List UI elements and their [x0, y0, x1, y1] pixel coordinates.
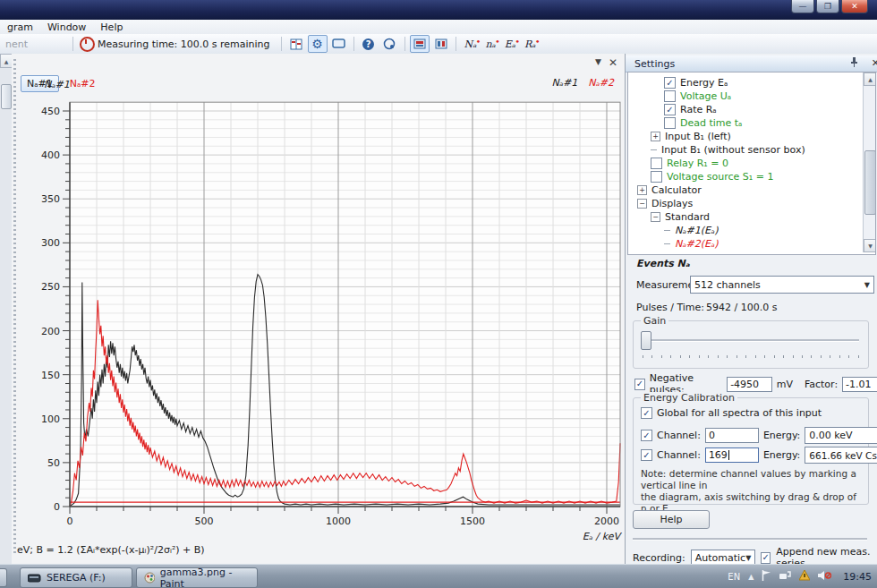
global-label: Global for all spectra of this input [657, 407, 822, 419]
x-tick-label: 500 [195, 516, 214, 527]
expand-plus-icon[interactable]: + [651, 132, 660, 141]
panel-close-icon[interactable]: ✕ [609, 56, 617, 69]
tree-item[interactable]: ✓Rate Rₐ [628, 103, 859, 116]
quantity-button-E[interactable]: Eₐ• [500, 38, 520, 50]
y-tick-label: 150 [41, 370, 60, 381]
tree-item[interactable]: Nₐ#2(Eₐ) [628, 237, 859, 251]
scrollbar-thumb[interactable] [864, 150, 876, 215]
y-tick-label: 0 [54, 501, 60, 513]
tree-item-label: Standard [665, 211, 710, 223]
settings-panel: Settings ✕ ✓Energy EₐVoltage Uₐ✓Rate RₐD… [625, 54, 877, 564]
restore-button[interactable]: ❐ [816, 0, 839, 13]
help-button[interactable]: Help [633, 510, 710, 529]
cassy-module2-icon[interactable] [431, 35, 451, 53]
y-tick-label: 450 [41, 106, 60, 117]
settings-gear-icon[interactable]: ⚙ [308, 35, 328, 53]
clock[interactable]: 19:45 [843, 571, 872, 583]
tree-checkbox[interactable]: ✓ [664, 77, 676, 89]
settings-close-icon[interactable]: ✕ [872, 57, 877, 69]
language-indicator[interactable]: EN [728, 572, 740, 582]
quantity-button-R[interactable]: Rₐ• [520, 38, 541, 50]
tree-scrollbar[interactable]: ▲ ▼ [863, 72, 875, 252]
tree-checkbox[interactable] [651, 158, 662, 169]
tree-item[interactable]: Input B₁ (without sensor box) [628, 143, 859, 157]
action-center-flag-icon[interactable] [762, 570, 771, 584]
scrollbar-thumb[interactable] [1, 84, 12, 109]
expand-plus-icon[interactable]: + [637, 185, 647, 195]
tree-checkbox[interactable] [664, 90, 676, 102]
measurement-select[interactable]: 512 channels▼ [690, 276, 874, 294]
tree-checkbox[interactable] [664, 117, 676, 129]
close-button[interactable]: ✕ [841, 0, 868, 13]
x-tick-label: 0 [67, 516, 73, 527]
cut-start-button[interactable] [0, 568, 7, 587]
channel2-checkbox[interactable]: ✓ [641, 449, 652, 461]
support-icon[interactable] [380, 35, 400, 53]
slider-tick [802, 355, 803, 358]
energy-label: Energy: [763, 430, 800, 441]
tree-item[interactable]: +Input B₁ (left) [628, 130, 859, 143]
layout-grid-icon[interactable] [286, 35, 306, 53]
collapse-minus-icon[interactable]: − [637, 199, 647, 209]
gain-slider-track[interactable] [643, 339, 859, 342]
factor-label: Factor: [805, 379, 838, 390]
spectrum-plot[interactable]: 0501001502002503003504004500500100015002… [18, 93, 623, 542]
global-checkbox[interactable]: ✓ [641, 407, 652, 419]
cassy-module-icon[interactable] [410, 35, 430, 53]
menu-item-gram[interactable]: gram [0, 21, 40, 33]
gain-slider-thumb[interactable] [641, 331, 651, 350]
tree-checkbox[interactable]: ✓ [664, 104, 676, 115]
negative-pulses-input[interactable]: -4950 [727, 377, 772, 392]
taskbar-button-serega[interactable]: SEREGA (F:) [20, 567, 132, 588]
warning-shield-icon[interactable] [799, 570, 810, 584]
splitter-grip[interactable] [13, 59, 16, 553]
append-checkbox[interactable]: ✓ [761, 552, 771, 564]
y-tick-label: 100 [41, 413, 60, 425]
tree-item[interactable]: Voltage source S₁ = 1 [628, 170, 859, 183]
slider-tick [745, 355, 746, 358]
network-icon[interactable] [779, 570, 791, 584]
quantity-button-n[interactable]: nₐ• [481, 38, 499, 50]
channel1-checkbox[interactable]: ✓ [641, 430, 652, 441]
negative-pulses-checkbox[interactable]: ✓ [634, 379, 645, 390]
channel2-input[interactable]: 169 [705, 447, 759, 463]
tree-item[interactable]: −Displays [628, 197, 859, 210]
collapse-minus-icon[interactable]: − [651, 212, 660, 222]
factor-input[interactable]: -1.01 [842, 377, 877, 392]
gain-group: Gain [633, 320, 869, 369]
tree-item[interactable]: Dead time tₐ [628, 116, 859, 130]
menu-item-window[interactable]: Window [40, 21, 93, 33]
help-icon[interactable]: ? [359, 35, 379, 53]
tree-item[interactable]: ✓Energy Eₐ [628, 76, 859, 89]
slider-tick [689, 355, 690, 358]
pin-icon[interactable] [850, 57, 858, 70]
tree-item[interactable]: −Standard [628, 210, 859, 224]
chart-legend: Nₐ#1 Nₐ#2 [551, 77, 614, 89]
tree-item[interactable]: Nₐ#1(Eₐ) [628, 224, 859, 237]
quantity-button-N[interactable]: Nₐ• [460, 38, 481, 50]
channel1-input[interactable]: 0 [705, 428, 759, 443]
red-dot-badge: • [535, 37, 541, 47]
minimize-button[interactable]: — [791, 0, 814, 13]
menu-item-help[interactable]: Help [93, 21, 130, 33]
diagram-panel: ▼ ✕ Nₐ#1 Nₐ#2 Nₐ#1 Nₐ#2 Nₐ#1 05010015020… [12, 54, 625, 564]
tree-item[interactable]: Relay R₁ = 0 [628, 157, 859, 170]
settings-tree: ✓Energy EₐVoltage Uₐ✓Rate RₐDead time tₐ… [627, 72, 876, 255]
settings-header: Settings ✕ [626, 55, 877, 72]
tree-item[interactable]: Voltage Uₐ [628, 89, 859, 103]
tab-na2[interactable]: Nₐ#2 [64, 76, 101, 91]
slider-tick [643, 355, 643, 358]
energy1-select[interactable]: 0.00 keV▼ [805, 427, 877, 444]
volume-muted-icon[interactable] [818, 570, 831, 584]
scroll-up-icon[interactable]: ▲ [864, 72, 876, 86]
display-icon[interactable] [329, 35, 349, 53]
toolbar-separator [281, 37, 282, 51]
scroll-down-icon[interactable]: ▼ [864, 239, 876, 252]
taskbar-button-paint[interactable]: gamma3.png - Paint [136, 567, 258, 588]
tree-checkbox[interactable] [651, 171, 662, 183]
tree-item[interactable]: +Calculator [628, 183, 859, 197]
energy2-select[interactable]: 661.66 keV Cs137▼ [805, 447, 877, 464]
chevron-down-icon[interactable]: ▼ [595, 57, 601, 66]
scroll-up-icon[interactable]: ▲ [0, 54, 13, 68]
tray-expand-icon[interactable]: ▲ [748, 573, 754, 581]
